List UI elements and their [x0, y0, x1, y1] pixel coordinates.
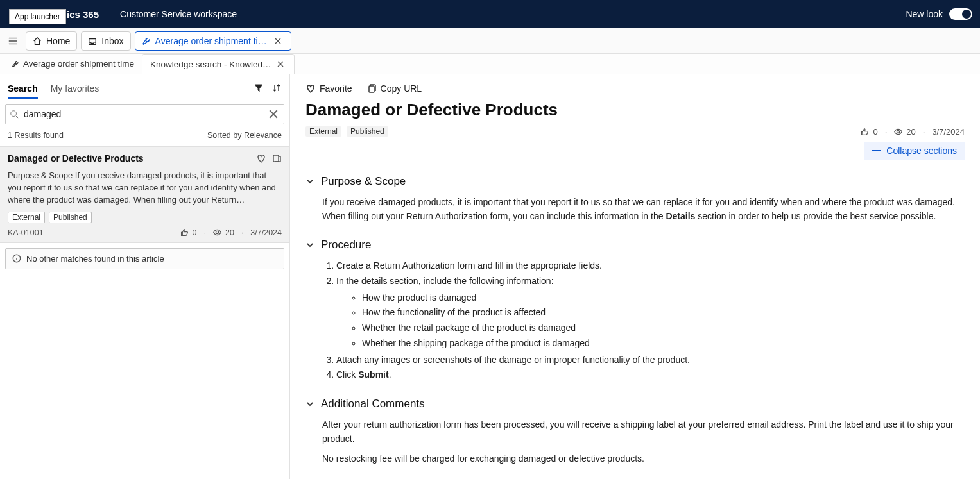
collapse-sections-button[interactable]: Collapse sections [864, 142, 965, 160]
sidebar-tab-favorites[interactable]: My favorites [51, 80, 99, 99]
procedure-step: Create a Return Authorization form and f… [336, 259, 965, 273]
wrench-icon [12, 60, 19, 68]
eye-icon [894, 128, 902, 136]
section-body-procedure: Create a Return Authorization form and f… [322, 259, 965, 382]
brand-title: ics 365 [67, 9, 99, 20]
procedure-step: Click Submit. [336, 368, 965, 382]
svg-rect-25 [369, 86, 374, 92]
section-header-comments[interactable]: Additional Comments [305, 398, 965, 410]
badge-published: Published [347, 126, 388, 137]
procedure-substep: Whether the shipping package of the prod… [362, 337, 965, 351]
close-icon [273, 37, 282, 46]
section-title: Procedure [321, 239, 371, 251]
main-split: Search My favorites 1 Results found Sort… [0, 74, 980, 479]
section-header-procedure[interactable]: Procedure [305, 239, 965, 251]
clear-search-button[interactable] [267, 108, 280, 121]
subtab-knowledge[interactable]: Knowledge search - Knowled… [142, 54, 295, 74]
article-toolbar: Favorite Copy URL [305, 83, 965, 94]
badge-external: External [8, 212, 45, 223]
filter-button[interactable] [254, 83, 264, 96]
article-views: 20 [906, 127, 915, 137]
section-procedure: Procedure Create a Return Authorization … [305, 239, 965, 382]
section-header-purpose[interactable]: Purpose & Scope [305, 175, 965, 188]
workspace-title: Customer Service workspace [120, 9, 237, 19]
tab-close-button[interactable] [271, 35, 284, 47]
chevron-down-icon [305, 240, 314, 249]
tab-home-label: Home [46, 36, 70, 46]
sort-button[interactable] [271, 83, 282, 96]
no-more-matches: No other matches found in this article [5, 248, 284, 269]
badge-published: Published [49, 212, 92, 223]
results-summary: 1 Results found Sorted by Relevance [0, 124, 289, 146]
top-navbar: App launcher ics 365 Customer Service wo… [0, 0, 980, 28]
copy-icon [366, 83, 377, 94]
article-likes: 0 [873, 127, 877, 137]
svg-point-21 [216, 231, 218, 234]
sorted-by: Sorted by Relevance [207, 131, 282, 140]
article-badges: External Published [305, 126, 388, 137]
tab-inbox[interactable]: Inbox [81, 31, 130, 51]
results-count: 1 Results found [8, 131, 64, 140]
pop-out-result-button[interactable] [271, 153, 282, 166]
hamburger-button[interactable] [4, 32, 22, 50]
svg-point-26 [897, 130, 900, 133]
sidebar-tabs: Search My favorites [8, 80, 99, 99]
badge-external: External [305, 126, 341, 137]
copy-url-label: Copy URL [381, 83, 422, 94]
sidebar-header: Search My favorites [0, 74, 289, 99]
article-pane: Favorite Copy URL Damaged or Defective P… [290, 74, 980, 479]
section-comments: Additional Comments After your return au… [305, 398, 965, 466]
copy-url-button[interactable]: Copy URL [366, 83, 422, 94]
search-input-wrapper [5, 104, 284, 124]
tab-active-case[interactable]: Average order shipment ti… [135, 31, 291, 51]
sidebar-tab-search[interactable]: Search [8, 80, 38, 99]
search-input[interactable] [24, 109, 264, 119]
filter-icon [254, 83, 264, 93]
hamburger-icon [8, 36, 18, 46]
sidebar-toolbar [254, 83, 282, 96]
new-look-label: New look [906, 9, 943, 19]
favorite-result-button[interactable] [256, 153, 266, 166]
article-date: 3/7/2024 [932, 127, 965, 137]
chevron-down-icon [305, 399, 314, 408]
subtab-case-label: Average order shipment time [23, 59, 134, 69]
procedure-substep: How the product is damaged [362, 291, 965, 305]
section-purpose: Purpose & Scope If you receive damaged p… [305, 175, 965, 223]
heart-icon [305, 83, 316, 94]
article-header-row: External Published 0 20 3/7/2024 [305, 126, 965, 137]
toggle-switch-icon [949, 8, 972, 20]
section-title: Additional Comments [321, 398, 425, 410]
no-more-label: No other matches found in this article [26, 254, 164, 264]
new-look-toggle[interactable]: New look [906, 8, 972, 20]
subtab-close-button[interactable] [275, 58, 286, 70]
section-body-comments: After your return authorization form has… [322, 418, 965, 466]
tab-home[interactable]: Home [26, 31, 77, 51]
divider [108, 8, 108, 21]
app-tabs-bar: Home Inbox Average order shipment ti… [0, 28, 980, 54]
result-badges: External Published [8, 212, 282, 223]
popout-icon [271, 153, 282, 164]
thumbs-up-icon [861, 128, 869, 136]
inbox-icon [88, 37, 97, 46]
info-icon [12, 254, 21, 263]
result-actions [256, 153, 282, 166]
tab-inbox-label: Inbox [101, 36, 123, 46]
favorite-label: Favorite [320, 83, 352, 94]
result-date: 3/7/2024 [250, 228, 282, 237]
collapse-label: Collapse sections [886, 146, 957, 156]
article-meta: 0 20 3/7/2024 [861, 127, 965, 137]
close-icon [267, 108, 280, 121]
app-launcher-tooltip: App launcher [9, 9, 66, 24]
result-views: 20 [225, 228, 234, 237]
result-meta: KA-01001 0 20 3/7/2024 [8, 228, 282, 237]
article-title: Damaged or Defective Products [305, 100, 965, 120]
subtab-case[interactable]: Average order shipment time [4, 54, 142, 74]
procedure-substep: Whether the retail package of the produc… [362, 321, 965, 335]
favorite-button[interactable]: Favorite [305, 83, 352, 94]
svg-rect-20 [273, 155, 279, 162]
svg-line-17 [16, 116, 19, 119]
search-result[interactable]: Damaged or Defective Products Purpose & … [0, 146, 289, 243]
sub-tabs-bar: Average order shipment time Knowledge se… [0, 54, 980, 74]
result-id: KA-01001 [8, 228, 44, 237]
result-title: Damaged or Defective Products [8, 153, 144, 164]
